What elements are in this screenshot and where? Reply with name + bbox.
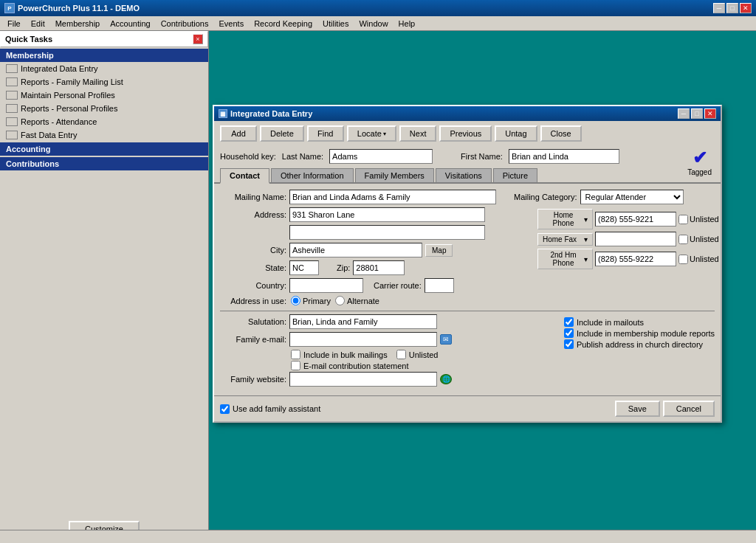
address-line1-input[interactable] bbox=[289, 207, 485, 222]
city-input[interactable] bbox=[289, 243, 422, 257]
dialog-restore-button[interactable]: □ bbox=[691, 108, 703, 119]
second-phone-input[interactable] bbox=[595, 252, 676, 266]
dialog-title-left: ▦ Integrated Data Entry bbox=[219, 109, 312, 118]
sidebar-item-maintain-profiles[interactable]: Maintain Personal Profiles bbox=[0, 89, 208, 102]
family-email-input[interactable] bbox=[289, 332, 437, 347]
menu-file[interactable]: File bbox=[3, 18, 25, 29]
address-line2-input[interactable] bbox=[289, 225, 485, 240]
menu-contributions[interactable]: Contributions bbox=[157, 18, 213, 29]
family-website-input[interactable] bbox=[289, 372, 437, 387]
tagged-label: Tagged bbox=[687, 168, 712, 176]
mailing-category-select[interactable]: Regular Attender bbox=[580, 190, 684, 204]
use-assistant-checkbox[interactable] bbox=[220, 404, 230, 414]
menu-events[interactable]: Events bbox=[215, 18, 249, 29]
primary-radio-label[interactable]: Primary bbox=[291, 296, 331, 305]
globe-icon[interactable]: 🌐 bbox=[440, 374, 452, 384]
dialog-close-button[interactable]: ✕ bbox=[704, 108, 716, 119]
state-input[interactable] bbox=[289, 260, 319, 275]
sidebar-item-fast-data-entry[interactable]: Fast Data Entry bbox=[0, 128, 208, 142]
find-button[interactable]: Find bbox=[307, 125, 344, 142]
country-label: Country: bbox=[220, 281, 286, 290]
home-phone-input[interactable] bbox=[595, 212, 676, 226]
email-icon[interactable]: ✉ bbox=[440, 334, 452, 345]
country-input[interactable] bbox=[289, 278, 363, 293]
dialog-icon: ▦ bbox=[219, 109, 227, 118]
home-phone-unlisted-label[interactable]: Unlisted bbox=[678, 215, 719, 224]
email-contribution-checkbox[interactable] bbox=[291, 361, 300, 370]
main-layout: Quick Tasks × Membership Integrated Data… bbox=[0, 31, 756, 543]
menu-edit[interactable]: Edit bbox=[27, 18, 49, 29]
zip-label: Zip: bbox=[337, 263, 350, 272]
save-button[interactable]: Save bbox=[615, 401, 660, 417]
include-mailouts-label[interactable]: Include in mailouts bbox=[564, 317, 715, 327]
tab-contact[interactable]: Contact bbox=[220, 168, 269, 184]
tab-visitations[interactable]: Visitations bbox=[436, 168, 492, 182]
menu-record-keeping[interactable]: Record Keeping bbox=[250, 18, 317, 29]
mailing-name-input[interactable] bbox=[289, 190, 496, 204]
tab-family-members[interactable]: Family Members bbox=[355, 168, 434, 182]
home-fax-unlisted-checkbox[interactable] bbox=[678, 235, 688, 244]
alternate-radio-label[interactable]: Alternate bbox=[335, 296, 379, 305]
home-fax-row: Home Fax ▾ Unlisted bbox=[537, 232, 715, 246]
publish-directory-checkbox[interactable] bbox=[564, 339, 574, 349]
sidebar-item-reports-mailing[interactable]: Reports - Family Mailing List bbox=[0, 75, 208, 89]
sidebar-close-button[interactable]: × bbox=[193, 34, 203, 44]
home-fax-button[interactable]: Home Fax ▾ bbox=[537, 233, 593, 246]
cancel-button[interactable]: Cancel bbox=[663, 401, 715, 417]
use-assistant-label[interactable]: Use add family assistant bbox=[220, 404, 320, 414]
tab-other-information[interactable]: Other Information bbox=[271, 168, 354, 182]
address-row: Address: bbox=[220, 207, 526, 222]
close-button[interactable]: ✕ bbox=[740, 3, 752, 13]
app-icon: P bbox=[4, 3, 15, 13]
maximize-button[interactable]: □ bbox=[726, 3, 738, 13]
menu-accounting[interactable]: Accounting bbox=[106, 18, 154, 29]
menu-membership[interactable]: Membership bbox=[51, 18, 105, 29]
include-mailouts-checkbox[interactable] bbox=[564, 317, 574, 327]
menu-help[interactable]: Help bbox=[394, 18, 420, 29]
dialog-minimize-button[interactable]: ─ bbox=[678, 108, 690, 119]
bulk-mailings-label[interactable]: Include in bulk mailings Unlisted bbox=[291, 350, 557, 359]
menu-utilities[interactable]: Utilities bbox=[318, 18, 353, 29]
delete-button[interactable]: Delete bbox=[260, 125, 304, 142]
primary-radio[interactable] bbox=[291, 296, 300, 305]
add-button[interactable]: Add bbox=[220, 125, 257, 142]
last-name-input[interactable] bbox=[329, 149, 433, 164]
minimize-button[interactable]: ─ bbox=[713, 3, 725, 13]
integrated-data-entry-dialog: ▦ Integrated Data Entry ─ □ ✕ Add Delete… bbox=[213, 105, 722, 423]
mailing-name-label: Mailing Name: bbox=[220, 193, 286, 201]
second-phone-unlisted-checkbox[interactable] bbox=[678, 255, 688, 264]
next-button[interactable]: Next bbox=[399, 125, 437, 142]
first-name-input[interactable] bbox=[509, 149, 619, 164]
sidebar-item-reports-attendance[interactable]: Reports - Attendance bbox=[0, 115, 208, 128]
email-contribution-label[interactable]: E-mail contribution statement bbox=[291, 361, 557, 370]
address-line2-row bbox=[220, 225, 526, 240]
sidebar-item-integrated-data-entry[interactable]: Integrated Data Entry bbox=[0, 62, 208, 75]
carrier-route-input[interactable] bbox=[425, 278, 454, 293]
sidebar-icon-fast bbox=[6, 131, 18, 139]
family-email-label: Family e-mail: bbox=[220, 335, 286, 344]
sidebar-item-reports-profiles[interactable]: Reports - Personal Profiles bbox=[0, 102, 208, 115]
alternate-radio[interactable] bbox=[335, 296, 345, 305]
second-phone-unlisted-label[interactable]: Unlisted bbox=[678, 255, 719, 264]
publish-directory-label[interactable]: Publish address in church directory bbox=[564, 339, 715, 349]
sidebar-label-mailing: Reports - Family Mailing List bbox=[21, 77, 123, 86]
menu-window[interactable]: Window bbox=[354, 18, 392, 29]
tab-picture[interactable]: Picture bbox=[493, 168, 537, 182]
home-fax-unlisted-label[interactable]: Unlisted bbox=[678, 235, 719, 244]
include-module-label[interactable]: Include in membership module reports bbox=[564, 328, 715, 338]
second-phone-button[interactable]: 2nd Hm Phone ▾ bbox=[537, 249, 593, 269]
close-dialog-button[interactable]: Close bbox=[540, 125, 582, 142]
locate-button[interactable]: Locate ▾ bbox=[347, 125, 396, 142]
zip-input[interactable] bbox=[353, 260, 405, 275]
untag-button[interactable]: Untag bbox=[495, 125, 537, 142]
bulk-mailings-checkbox[interactable] bbox=[291, 350, 300, 359]
home-phone-unlisted-checkbox[interactable] bbox=[678, 215, 688, 224]
unlisted-email-checkbox[interactable] bbox=[396, 350, 406, 359]
home-phone-button[interactable]: Home Phone ▾ bbox=[537, 209, 593, 229]
tagged-checkmark: ✔ bbox=[693, 148, 707, 168]
salutation-input[interactable] bbox=[289, 314, 437, 329]
map-button[interactable]: Map bbox=[425, 244, 453, 257]
include-module-checkbox[interactable] bbox=[564, 328, 574, 338]
previous-button[interactable]: Previous bbox=[439, 125, 492, 142]
home-fax-input[interactable] bbox=[595, 232, 676, 246]
